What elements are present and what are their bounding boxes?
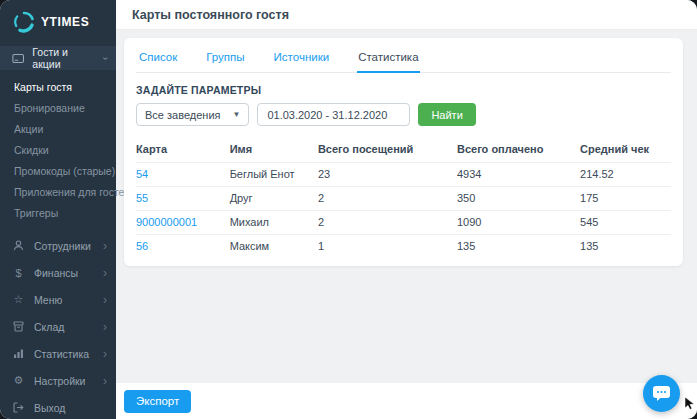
table-row: 56 Максим 1 135 135 bbox=[136, 235, 671, 259]
sidebar-item-label: Настройки bbox=[34, 375, 86, 387]
footer-bar: Экспорт bbox=[116, 383, 697, 419]
top-bar: Карты постоянного гостя bbox=[116, 0, 697, 30]
loyalty-card-icon bbox=[12, 53, 24, 64]
guest-name: Беглый Енот bbox=[230, 163, 318, 187]
sidebar-sub-list: Карты гостя Бронирование Акции Скидки Пр… bbox=[0, 70, 116, 227]
chevron-right-icon: › bbox=[103, 267, 107, 279]
filters-section: ЗАДАЙТЕ ПАРАМЕТРЫ Все заведения ▼ Найти bbox=[136, 84, 671, 126]
col-paid: Всего оплачено bbox=[457, 138, 580, 163]
sidebar-item-booking[interactable]: Бронирование bbox=[0, 98, 116, 119]
content-card: Список Группы Источники Статистика ЗАДАЙ… bbox=[124, 38, 683, 266]
sidebar: YTIMES Гости и акции › Карты гостя Брони… bbox=[0, 0, 116, 419]
sidebar-group-label: Гости и акции bbox=[32, 46, 95, 70]
sidebar-groups: Сотрудники › $ Финансы › ☆ Меню › Склад … bbox=[0, 232, 116, 419]
sidebar-item-menu[interactable]: ☆ Меню › bbox=[0, 286, 116, 313]
brand-logo: YTIMES bbox=[0, 0, 116, 46]
visits-count: 23 bbox=[318, 163, 457, 187]
sidebar-item-discounts[interactable]: Скидки bbox=[0, 140, 116, 161]
chevron-right-icon: › bbox=[103, 240, 107, 252]
tab-bar: Список Группы Источники Статистика bbox=[136, 38, 671, 73]
visits-count: 2 bbox=[318, 187, 457, 211]
sidebar-item-promocodes[interactable]: Промокоды (старые) bbox=[0, 161, 116, 182]
sidebar-item-settings[interactable]: ⚙ Настройки › bbox=[0, 367, 116, 394]
card-number-link[interactable]: 55 bbox=[136, 187, 230, 211]
sidebar-item-warehouse[interactable]: Склад › bbox=[0, 313, 116, 340]
find-button[interactable]: Найти bbox=[418, 103, 475, 126]
table-row: 55 Друг 2 350 175 bbox=[136, 187, 671, 211]
chevron-right-icon: › bbox=[103, 321, 107, 333]
avg-check: 545 bbox=[580, 211, 671, 235]
table-row: 9000000001 Михаил 2 1090 545 bbox=[136, 211, 671, 235]
sidebar-item-statistics[interactable]: Статистика › bbox=[0, 340, 116, 367]
filters-section-label: ЗАДАЙТЕ ПАРАМЕТРЫ bbox=[136, 84, 671, 96]
table-header-row: Карта Имя Всего посещений Всего оплачено… bbox=[136, 138, 671, 163]
chevron-down-icon: › bbox=[100, 56, 111, 59]
card-number-link[interactable]: 54 bbox=[136, 163, 230, 187]
card-number-link[interactable]: 56 bbox=[136, 235, 230, 259]
venue-select[interactable]: Все заведения ▼ bbox=[136, 103, 249, 126]
avg-check: 175 bbox=[580, 187, 671, 211]
guest-name: Михаил bbox=[230, 211, 318, 235]
star-icon: ☆ bbox=[12, 293, 25, 306]
sidebar-item-guest-cards[interactable]: Карты гостя bbox=[0, 77, 116, 98]
tab-list[interactable]: Список bbox=[138, 48, 178, 72]
export-button[interactable]: Экспорт bbox=[124, 390, 191, 413]
paid-total: 350 bbox=[457, 187, 580, 211]
visits-count: 2 bbox=[318, 211, 457, 235]
ytimes-logo-icon bbox=[13, 11, 35, 33]
tab-sources[interactable]: Источники bbox=[273, 48, 331, 72]
sidebar-item-label: Меню bbox=[34, 294, 62, 306]
guest-name: Максим bbox=[230, 235, 318, 259]
col-card: Карта bbox=[136, 138, 230, 163]
brand-name: YTIMES bbox=[41, 15, 89, 29]
table-row: 54 Беглый Енот 23 4934 214.52 bbox=[136, 163, 671, 187]
avg-check: 135 bbox=[580, 235, 671, 259]
sidebar-item-label: Склад bbox=[34, 321, 64, 333]
sidebar-item-guest-apps[interactable]: Приложения для гостей bbox=[0, 182, 116, 203]
main-area: Карты постоянного гостя Список Группы Ис… bbox=[116, 0, 697, 419]
bar-chart-icon bbox=[12, 348, 25, 359]
chat-bubble-icon bbox=[652, 385, 671, 402]
visits-count: 1 bbox=[318, 235, 457, 259]
col-visits: Всего посещений bbox=[318, 138, 457, 163]
stats-table: Карта Имя Всего посещений Всего оплачено… bbox=[136, 138, 671, 258]
chat-fab-button[interactable] bbox=[643, 375, 680, 412]
avg-check: 214.52 bbox=[580, 163, 671, 187]
paid-total: 4934 bbox=[457, 163, 580, 187]
sidebar-item-label: Выход bbox=[34, 402, 65, 414]
guest-name: Друг bbox=[230, 187, 318, 211]
tab-groups[interactable]: Группы bbox=[205, 48, 245, 72]
sidebar-item-finance[interactable]: $ Финансы › bbox=[0, 259, 116, 286]
sidebar-group-guests-promos[interactable]: Гости и акции › bbox=[0, 46, 116, 70]
sidebar-item-employees[interactable]: Сотрудники › bbox=[0, 232, 116, 259]
app-window: YTIMES Гости и акции › Карты гостя Брони… bbox=[0, 0, 697, 419]
sidebar-item-promotions[interactable]: Акции bbox=[0, 119, 116, 140]
sidebar-item-triggers[interactable]: Триггеры bbox=[0, 203, 116, 224]
page-title: Карты постоянного гостя bbox=[132, 8, 289, 22]
content-area: Список Группы Источники Статистика ЗАДАЙ… bbox=[116, 30, 697, 383]
sidebar-item-label: Сотрудники bbox=[34, 240, 91, 252]
gear-icon: ⚙ bbox=[12, 374, 25, 387]
chevron-right-icon: › bbox=[103, 348, 107, 360]
paid-total: 1090 bbox=[457, 211, 580, 235]
tab-statistics[interactable]: Статистика bbox=[357, 48, 419, 73]
venue-select-value: Все заведения bbox=[145, 109, 220, 121]
col-name: Имя bbox=[230, 138, 318, 163]
chevron-right-icon: › bbox=[103, 294, 107, 306]
sidebar-item-label: Статистика bbox=[34, 348, 89, 360]
col-avg-check: Средний чек bbox=[580, 138, 671, 163]
box-icon bbox=[12, 321, 25, 332]
filters-row: Все заведения ▼ Найти bbox=[136, 103, 671, 126]
card-number-link[interactable]: 9000000001 bbox=[136, 211, 230, 235]
date-range-input[interactable] bbox=[257, 103, 410, 126]
dollar-icon: $ bbox=[12, 267, 25, 279]
chevron-right-icon: › bbox=[103, 375, 107, 387]
sidebar-item-logout[interactable]: Выход bbox=[0, 394, 116, 419]
person-icon bbox=[12, 240, 25, 251]
chevron-down-icon: ▼ bbox=[232, 110, 240, 119]
paid-total: 135 bbox=[457, 235, 580, 259]
logout-icon bbox=[12, 402, 25, 413]
sidebar-item-label: Финансы bbox=[34, 267, 78, 279]
